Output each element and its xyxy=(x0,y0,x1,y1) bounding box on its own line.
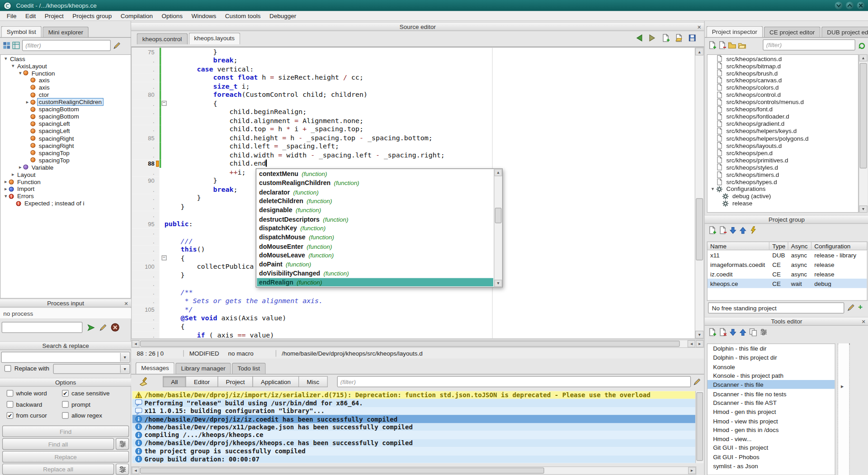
code-line[interactable]: . break; xyxy=(132,56,694,65)
tool-dolphin-this-project-dir[interactable]: Dolphin - this project dir xyxy=(708,353,835,362)
editor-hscrollbar[interactable]: ◄ ◄ ► xyxy=(131,340,704,348)
scroll-thumb[interactable] xyxy=(860,63,867,169)
messages-filter-input[interactable] xyxy=(337,376,691,387)
clear-messages-icon[interactable] xyxy=(139,377,148,386)
code-line[interactable]: . const float h = sizeRect.height / cc; xyxy=(132,73,694,82)
symbol-class[interactable]: ▾Class xyxy=(0,55,131,62)
symbol-spacingtop[interactable]: spacingTop xyxy=(0,149,131,157)
grid-blue-icon[interactable] xyxy=(3,42,10,49)
tab-project-inspector[interactable]: Project inspector xyxy=(706,26,763,38)
code-line[interactable]: . /** xyxy=(132,288,694,297)
doc-add-icon[interactable] xyxy=(661,34,670,42)
replace-all-button[interactable]: Replace all xyxy=(2,464,114,475)
symbol-spacingright[interactable]: spacingRight xyxy=(0,142,131,149)
window-titlebar[interactable]: C Coedit - /.../kheops/kheops.ce xyxy=(0,0,868,11)
pen-icon[interactable] xyxy=(99,323,107,332)
edit-pen-icon[interactable] xyxy=(693,378,701,385)
editor-vscrollbar[interactable]: ▲ ▼ xyxy=(695,48,704,338)
project-row-imageformats-coedit[interactable]: imageformats.coeditCEasyncrelease xyxy=(708,260,867,269)
checkbox[interactable] xyxy=(7,401,14,408)
filter-misc[interactable]: Misc xyxy=(298,376,327,387)
expander-icon[interactable]: ▸ xyxy=(3,186,9,192)
edit-pen-icon[interactable] xyxy=(847,304,854,311)
tool-dscanner-this-file-no-tests[interactable]: Dscanner - this file no tests xyxy=(708,389,835,398)
scroll-up-icon[interactable]: ▲ xyxy=(494,169,502,176)
code-line[interactable]: 105 */ xyxy=(132,305,694,314)
expander-icon[interactable]: ▸ xyxy=(10,172,16,177)
project-file-src-kheops-colors-d[interactable]: src/kheops/colors.d xyxy=(708,84,858,91)
log-row[interactable]: Performing "release" build using /usr/bi… xyxy=(132,399,695,407)
tool-hmod-view-this-project[interactable]: Hmod - view this project xyxy=(708,416,835,425)
arrow-down-icon[interactable] xyxy=(729,328,737,336)
menu-edit[interactable]: Edit xyxy=(21,13,40,19)
expander-icon[interactable]: ▸ xyxy=(17,165,23,170)
configurations-node[interactable]: ▾Configurations xyxy=(708,185,858,193)
code-line[interactable]: . child.alignment = Alignment.none; xyxy=(132,116,694,125)
log-row[interactable]: /home/basile/Dev/dproj/iz/import/iz/seri… xyxy=(132,391,695,399)
tool-konsole[interactable]: Konsole xyxy=(708,362,835,371)
tool-symlist-as-json[interactable]: symlist - as Json xyxy=(708,461,835,470)
project-file-src-kheops-styles-d[interactable]: src/kheops/styles.d xyxy=(708,164,858,171)
code-line[interactable]: . * Sets or gets the alignment axis. xyxy=(132,297,694,305)
log-row[interactable]: /home/basile/Dev/repos/x11/package.json … xyxy=(132,423,695,431)
tab-library-manager[interactable]: Library manager xyxy=(175,363,231,374)
close-icon[interactable]: ✕ xyxy=(123,300,130,307)
code-line[interactable]: . case vertical: xyxy=(132,65,694,73)
async-icon[interactable] xyxy=(749,226,757,234)
project-file-src-kheops-pen-d[interactable]: src/kheops/pen.d xyxy=(708,149,858,157)
expander-icon[interactable]: ▾ xyxy=(3,194,9,199)
completion-item-designable[interactable]: designable(function) xyxy=(257,206,493,215)
code-line[interactable]: . child.top = h * i + _spacing.top; xyxy=(132,125,694,133)
inspector-filter-input[interactable] xyxy=(763,39,855,50)
doc-add-icon[interactable] xyxy=(708,226,716,234)
tab-symbol-list[interactable]: Symbol list xyxy=(1,26,42,38)
filter-project[interactable]: Project xyxy=(217,376,253,387)
tool-hmod-view[interactable]: Hmod - view... xyxy=(708,434,835,443)
expander-icon[interactable]: ▾ xyxy=(710,186,716,192)
scroll-down-icon[interactable]: ▼ xyxy=(859,205,867,213)
doc-open-icon[interactable] xyxy=(675,34,683,42)
option-whole-word[interactable]: whole word xyxy=(7,390,62,397)
tab-kheops-control[interactable]: kheops.control xyxy=(137,33,187,44)
search-term-combo[interactable]: ▼ xyxy=(1,352,130,363)
code-editor[interactable]: 75 }. break;. case vertical:. const floa… xyxy=(131,47,704,339)
symbol-function[interactable]: ▸Function xyxy=(0,178,131,185)
option-from-cursor[interactable]: ✔from cursor xyxy=(7,412,62,419)
symbol-errors[interactable]: ▾!Errors xyxy=(0,193,131,200)
code-line[interactable]: . { xyxy=(132,323,694,331)
add-icon[interactable]: + xyxy=(858,303,863,312)
menu-debugger[interactable]: Debugger xyxy=(265,13,301,19)
tool-konsole-this-project-path[interactable]: Konsole - this project path xyxy=(708,371,835,380)
code-line[interactable]: . @Set void axis(Axis value) xyxy=(132,314,694,323)
log-row[interactable]: compiling /.../kheops/kheops.ce xyxy=(132,431,695,439)
symbol-ctor[interactable]: ctor xyxy=(0,91,131,98)
checkbox[interactable] xyxy=(62,412,69,419)
code-line[interactable]: 80 foreach(CustomControl child; children… xyxy=(132,90,694,99)
code-line[interactable]: . child.width = width - _spacing.left - … xyxy=(132,151,694,159)
close-button[interactable] xyxy=(857,2,865,10)
doc-save-icon[interactable] xyxy=(688,34,696,42)
menu-windows[interactable]: Windows xyxy=(187,13,221,19)
symbol-import[interactable]: ▸Import xyxy=(0,185,131,193)
grid-teal-icon[interactable] xyxy=(12,42,20,49)
tool-git-gui-this-project[interactable]: Git GUI - this project xyxy=(708,443,835,452)
arrow-up-icon[interactable] xyxy=(739,328,747,336)
completion-item-declarator[interactable]: declarator(function) xyxy=(257,188,493,197)
scroll-up-icon[interactable]: ▲ xyxy=(695,48,703,55)
scroll-thumb[interactable] xyxy=(696,198,703,260)
doc-add-icon[interactable] xyxy=(708,41,716,49)
code-line[interactable]: 85 child.height = h - _spacing.top - _sp… xyxy=(132,133,694,142)
code-line[interactable]: . child.beginRealign; xyxy=(132,108,694,116)
project-file-src-kheops-primitives-d[interactable]: src/kheops/primitives.d xyxy=(708,157,858,164)
project-file-src-kheops-helpers-polygons-d[interactable]: src/kheops/helpers/polygons.d xyxy=(708,135,858,142)
expander-icon[interactable]: ▾ xyxy=(3,56,9,61)
completion-item-deletechildren[interactable]: deleteChildren(function) xyxy=(257,197,493,206)
scroll-right-icon[interactable]: ► xyxy=(696,340,703,347)
log-row[interactable]: the project group is successfully compil… xyxy=(132,447,695,455)
project-file-src-kheops-layouts-d[interactable]: src/kheops/layouts.d xyxy=(708,142,858,149)
project-file-src-kheops-font-d[interactable]: src/kheops/font.d xyxy=(708,105,858,113)
scroll-left-icon[interactable]: ◄ xyxy=(688,340,695,347)
checkbox[interactable] xyxy=(62,401,69,408)
symbol-spacingbottom[interactable]: spacingBottom xyxy=(0,113,131,120)
config-icon[interactable] xyxy=(760,328,768,336)
